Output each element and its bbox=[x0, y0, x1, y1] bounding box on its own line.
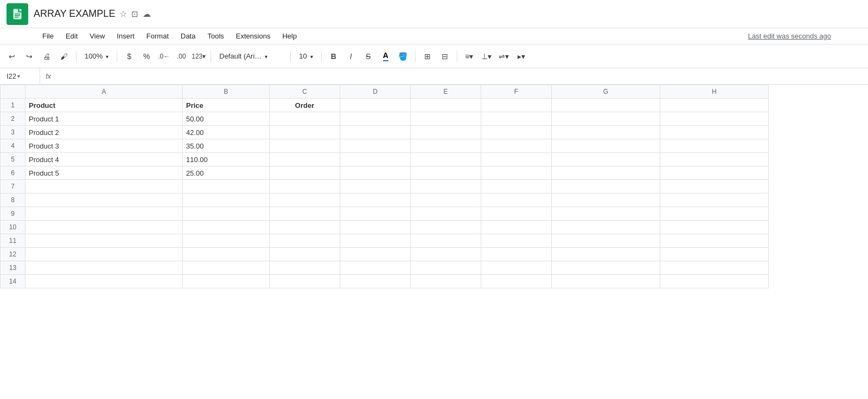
print-button[interactable]: 🖨 bbox=[39, 49, 54, 64]
table-cell[interactable] bbox=[552, 153, 660, 166]
table-cell[interactable] bbox=[411, 112, 481, 126]
cell-reference[interactable]: I22 ▾ bbox=[2, 68, 40, 84]
menu-tools[interactable]: Tools bbox=[202, 30, 229, 42]
percent-button[interactable]: % bbox=[139, 49, 154, 64]
table-cell[interactable] bbox=[340, 275, 411, 288]
table-cell[interactable] bbox=[270, 180, 340, 194]
table-cell[interactable] bbox=[660, 99, 769, 112]
format-paint-button[interactable]: 🖌 bbox=[56, 49, 72, 64]
redo-button[interactable]: ↪ bbox=[22, 49, 37, 64]
menu-edit[interactable]: Edit bbox=[60, 30, 83, 42]
table-cell[interactable] bbox=[25, 234, 183, 248]
table-cell[interactable]: Product 4 bbox=[25, 153, 183, 166]
table-cell[interactable] bbox=[660, 153, 769, 166]
table-cell[interactable] bbox=[270, 207, 340, 221]
table-cell[interactable] bbox=[411, 126, 481, 139]
underline-button[interactable]: A bbox=[378, 49, 393, 64]
table-cell[interactable] bbox=[411, 234, 481, 248]
table-cell[interactable] bbox=[25, 221, 183, 234]
zoom-select[interactable]: 100% bbox=[81, 49, 112, 64]
menu-data[interactable]: Data bbox=[175, 30, 201, 42]
table-cell[interactable] bbox=[183, 234, 270, 248]
table-cell[interactable] bbox=[481, 99, 552, 112]
table-cell[interactable] bbox=[340, 99, 411, 112]
table-cell[interactable] bbox=[411, 275, 481, 288]
font-family-select[interactable]: Default (Ari… bbox=[215, 49, 286, 64]
table-cell[interactable] bbox=[481, 248, 552, 261]
table-cell[interactable] bbox=[411, 207, 481, 221]
table-cell[interactable] bbox=[270, 112, 340, 126]
menu-file[interactable]: File bbox=[37, 30, 59, 42]
table-cell[interactable] bbox=[411, 261, 481, 275]
table-cell[interactable] bbox=[481, 275, 552, 288]
table-cell[interactable]: 42.00 bbox=[183, 126, 270, 139]
table-cell[interactable] bbox=[340, 112, 411, 126]
grid-container[interactable]: A B C D E F G H 1ProductPriceOrder2Produ… bbox=[0, 85, 868, 399]
table-cell[interactable] bbox=[552, 207, 660, 221]
table-cell[interactable]: Order bbox=[270, 99, 340, 112]
bold-button[interactable]: B bbox=[326, 49, 341, 64]
menu-insert[interactable]: Insert bbox=[111, 30, 140, 42]
col-header-c[interactable]: C bbox=[270, 85, 340, 99]
table-cell[interactable] bbox=[340, 194, 411, 207]
table-cell[interactable] bbox=[270, 275, 340, 288]
folder-icon[interactable]: ⊡ bbox=[131, 9, 138, 19]
table-cell[interactable] bbox=[411, 194, 481, 207]
table-cell[interactable] bbox=[552, 194, 660, 207]
table-cell[interactable] bbox=[481, 126, 552, 139]
table-cell[interactable] bbox=[552, 248, 660, 261]
table-cell[interactable] bbox=[183, 180, 270, 194]
table-cell[interactable] bbox=[411, 153, 481, 166]
formula-input[interactable] bbox=[56, 72, 866, 80]
table-cell[interactable]: Price bbox=[183, 99, 270, 112]
merge-button[interactable]: ⊟ bbox=[437, 49, 452, 64]
table-cell[interactable] bbox=[481, 153, 552, 166]
table-cell[interactable] bbox=[25, 275, 183, 288]
table-cell[interactable] bbox=[270, 248, 340, 261]
menu-format[interactable]: Format bbox=[141, 30, 174, 42]
document-title[interactable]: ARRAY EXAMPLE bbox=[34, 8, 115, 20]
currency-button[interactable]: $ bbox=[122, 49, 137, 64]
table-cell[interactable] bbox=[25, 261, 183, 275]
table-cell[interactable] bbox=[552, 275, 660, 288]
table-cell[interactable]: 35.00 bbox=[183, 139, 270, 153]
decimal-less-button[interactable]: .0← bbox=[156, 49, 171, 64]
table-cell[interactable] bbox=[340, 234, 411, 248]
italic-button[interactable]: I bbox=[343, 49, 359, 64]
table-cell[interactable] bbox=[183, 194, 270, 207]
cell-ref-chevron[interactable]: ▾ bbox=[17, 73, 20, 79]
table-cell[interactable] bbox=[481, 207, 552, 221]
fill-color-button[interactable]: 🪣 bbox=[395, 49, 411, 64]
table-cell[interactable] bbox=[481, 139, 552, 153]
table-cell[interactable] bbox=[270, 221, 340, 234]
table-cell[interactable] bbox=[660, 112, 769, 126]
decimal-more-button[interactable]: .00 bbox=[174, 49, 189, 64]
table-cell[interactable] bbox=[411, 248, 481, 261]
table-cell[interactable] bbox=[660, 139, 769, 153]
table-cell[interactable] bbox=[183, 221, 270, 234]
table-cell[interactable] bbox=[660, 234, 769, 248]
table-cell[interactable] bbox=[25, 248, 183, 261]
table-cell[interactable]: Product bbox=[25, 99, 183, 112]
col-header-b[interactable]: B bbox=[183, 85, 270, 99]
table-cell[interactable] bbox=[481, 221, 552, 234]
col-header-g[interactable]: G bbox=[552, 85, 660, 99]
table-cell[interactable] bbox=[481, 261, 552, 275]
table-cell[interactable] bbox=[270, 139, 340, 153]
table-cell[interactable] bbox=[411, 180, 481, 194]
table-cell[interactable]: Product 3 bbox=[25, 139, 183, 153]
table-cell[interactable] bbox=[25, 207, 183, 221]
table-cell[interactable] bbox=[552, 126, 660, 139]
table-cell[interactable] bbox=[270, 194, 340, 207]
table-cell[interactable] bbox=[270, 126, 340, 139]
cloud-icon[interactable]: ☁ bbox=[143, 9, 151, 19]
text-rotate-button[interactable]: ⇌▾ bbox=[496, 49, 512, 64]
table-cell[interactable] bbox=[183, 207, 270, 221]
table-cell[interactable]: Product 5 bbox=[25, 166, 183, 180]
table-cell[interactable] bbox=[270, 153, 340, 166]
table-cell[interactable] bbox=[660, 166, 769, 180]
table-cell[interactable] bbox=[340, 153, 411, 166]
table-cell[interactable] bbox=[270, 234, 340, 248]
align-h-button[interactable]: ≡▾ bbox=[462, 49, 477, 64]
table-cell[interactable] bbox=[552, 180, 660, 194]
